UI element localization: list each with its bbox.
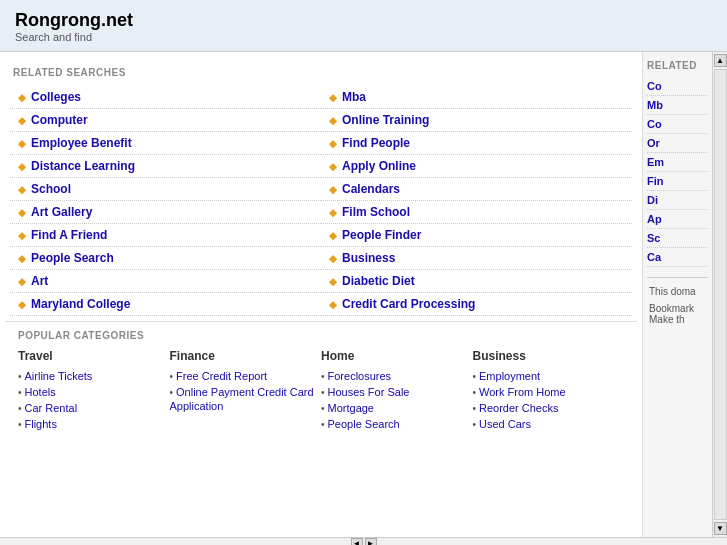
search-link[interactable]: Online Training — [342, 113, 429, 127]
search-link[interactable]: Maryland College — [31, 297, 130, 311]
search-link[interactable]: Mba — [342, 90, 366, 104]
sidebar-link[interactable]: Sc — [647, 229, 708, 248]
search-item: ◆Online Training — [321, 109, 632, 132]
list-item: Mortgage — [321, 400, 473, 416]
list-item: Flights — [18, 416, 170, 432]
sidebar-link[interactable]: Di — [647, 191, 708, 210]
category-link[interactable]: People Search — [328, 418, 400, 430]
category-link[interactable]: Flights — [25, 418, 57, 430]
list-item: Houses For Sale — [321, 384, 473, 400]
list-item: Foreclosures — [321, 368, 473, 384]
search-link[interactable]: Apply Online — [342, 159, 416, 173]
scroll-down-button[interactable]: ▼ — [714, 522, 727, 535]
related-searches-label: RELATED SEARCHES — [5, 67, 637, 78]
search-link[interactable]: Distance Learning — [31, 159, 135, 173]
search-link[interactable]: Art — [31, 274, 48, 288]
sidebar-link[interactable]: Fin — [647, 172, 708, 191]
search-link[interactable]: Credit Card Processing — [342, 297, 475, 311]
right-sidebar: RELATED CoMbCoOrEmFinDiApScCa This doma … — [642, 52, 712, 537]
search-link[interactable]: Business — [342, 251, 395, 265]
horizontal-scrollbar[interactable]: ◄ ► — [0, 537, 727, 545]
category-link[interactable]: Employment — [479, 370, 540, 382]
list-item: Online Payment Credit Card Application — [170, 384, 322, 414]
search-link[interactable]: Calendars — [342, 182, 400, 196]
category-column: BusinessEmploymentWork From HomeReorder … — [473, 349, 625, 432]
search-link[interactable]: Diabetic Diet — [342, 274, 415, 288]
sidebar-link[interactable]: Co — [647, 77, 708, 96]
category-link[interactable]: Mortgage — [328, 402, 374, 414]
category-link[interactable]: Foreclosures — [328, 370, 392, 382]
category-link[interactable]: Work From Home — [479, 386, 566, 398]
arrow-icon: ◆ — [18, 253, 26, 264]
scroll-up-button[interactable]: ▲ — [714, 54, 727, 67]
category-link[interactable]: Car Rental — [25, 402, 78, 414]
search-item: ◆Find People — [321, 132, 632, 155]
search-item: ◆Art — [10, 270, 321, 293]
search-item: ◆Calendars — [321, 178, 632, 201]
sidebar-related-label: RELATED — [647, 60, 708, 71]
category-title: Home — [321, 349, 473, 363]
arrow-icon: ◆ — [18, 299, 26, 310]
search-item: ◆Art Gallery — [10, 201, 321, 224]
arrow-icon: ◆ — [329, 115, 337, 126]
list-item: Hotels — [18, 384, 170, 400]
category-link[interactable]: Reorder Checks — [479, 402, 558, 414]
sidebar-link[interactable]: Mb — [647, 96, 708, 115]
category-link[interactable]: Hotels — [25, 386, 56, 398]
category-link[interactable]: Used Cars — [479, 418, 531, 430]
vertical-scrollbar[interactable]: ▲ ▼ — [712, 52, 727, 537]
search-item: ◆Credit Card Processing — [321, 293, 632, 316]
category-title: Travel — [18, 349, 170, 363]
search-item: ◆Business — [321, 247, 632, 270]
sidebar-links: CoMbCoOrEmFinDiApScCa — [647, 77, 708, 267]
search-link[interactable]: People Finder — [342, 228, 421, 242]
search-item: ◆Distance Learning — [10, 155, 321, 178]
scroll-left-button[interactable]: ◄ — [351, 538, 363, 546]
search-item: ◆Mba — [321, 86, 632, 109]
sidebar-link[interactable]: Or — [647, 134, 708, 153]
search-link[interactable]: Employee Benefit — [31, 136, 132, 150]
search-link[interactable]: Find A Friend — [31, 228, 107, 242]
category-column: FinanceFree Credit ReportOnline Payment … — [170, 349, 322, 432]
sidebar-link[interactable]: Ca — [647, 248, 708, 267]
arrow-icon: ◆ — [18, 115, 26, 126]
sidebar-link[interactable]: Ap — [647, 210, 708, 229]
search-link[interactable]: Colleges — [31, 90, 81, 104]
list-item: Used Cars — [473, 416, 625, 432]
list-item: Employment — [473, 368, 625, 384]
search-link[interactable]: People Search — [31, 251, 114, 265]
category-link[interactable]: Online Payment Credit Card Application — [170, 386, 314, 412]
scroll-right-button[interactable]: ► — [365, 538, 377, 546]
search-item: ◆Diabetic Diet — [321, 270, 632, 293]
arrow-icon: ◆ — [329, 299, 337, 310]
scrollbar-track[interactable] — [714, 69, 727, 520]
search-link[interactable]: School — [31, 182, 71, 196]
list-item: Airline Tickets — [18, 368, 170, 384]
arrow-icon: ◆ — [18, 161, 26, 172]
search-link[interactable]: Computer — [31, 113, 88, 127]
arrow-icon: ◆ — [18, 230, 26, 241]
hscroll-controls: ◄ ► — [349, 536, 379, 546]
categories-row: TravelAirline TicketsHotelsCar RentalFli… — [18, 349, 624, 432]
category-link[interactable]: Airline Tickets — [25, 370, 93, 382]
search-item: ◆People Finder — [321, 224, 632, 247]
search-item: ◆Maryland College — [10, 293, 321, 316]
sidebar-link[interactable]: Em — [647, 153, 708, 172]
arrow-icon: ◆ — [329, 184, 337, 195]
arrow-icon: ◆ — [18, 207, 26, 218]
search-col-1: ◆Colleges◆Computer◆Employee Benefit◆Dist… — [10, 86, 321, 316]
arrow-icon: ◆ — [329, 92, 337, 103]
search-link[interactable]: Find People — [342, 136, 410, 150]
site-title: Rongrong.net — [15, 10, 712, 31]
list-item: People Search — [321, 416, 473, 432]
search-item: ◆People Search — [10, 247, 321, 270]
search-link[interactable]: Art Gallery — [31, 205, 92, 219]
category-link[interactable]: Houses For Sale — [328, 386, 410, 398]
sidebar-link[interactable]: Co — [647, 115, 708, 134]
search-link[interactable]: Film School — [342, 205, 410, 219]
list-item: Work From Home — [473, 384, 625, 400]
category-title: Finance — [170, 349, 322, 363]
header: Rongrong.net Search and find — [0, 0, 727, 52]
popular-categories-section: POPULAR CATEGORIES TravelAirline Tickets… — [5, 321, 637, 440]
category-link[interactable]: Free Credit Report — [176, 370, 267, 382]
